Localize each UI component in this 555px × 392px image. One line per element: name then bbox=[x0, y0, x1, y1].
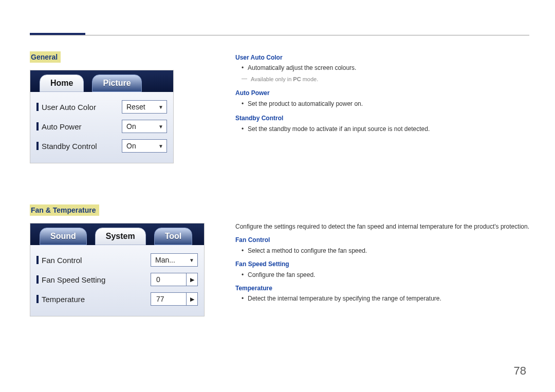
heading-fan-control: Fan Control bbox=[235, 235, 529, 245]
tab-sound[interactable]: Sound bbox=[40, 228, 87, 245]
tabs-general: Home Picture bbox=[30, 70, 173, 92]
dropdown-value: Reset bbox=[126, 103, 145, 111]
chevron-right-icon[interactable]: ▶ bbox=[186, 273, 197, 286]
row-auto-power: Auto Power On ▼ bbox=[36, 117, 167, 136]
dropdown-auto-power[interactable]: On ▼ bbox=[122, 120, 167, 133]
row-marker-icon bbox=[36, 103, 39, 111]
section-heading-general: General bbox=[30, 51, 61, 63]
bullet-standby-control: Set the standby mode to activate if an i… bbox=[235, 124, 529, 134]
heading-auto-power: Auto Power bbox=[235, 88, 529, 98]
stepper-value: 77 bbox=[151, 295, 186, 303]
tabs-fan: Sound System Tool bbox=[30, 223, 204, 245]
stepper-value: 0 bbox=[151, 275, 186, 284]
heading-standby-control: Standby Control bbox=[235, 113, 529, 123]
stepper-temperature[interactable]: 77 ▶ bbox=[151, 292, 198, 306]
intro-fan: Configure the settings required to detec… bbox=[235, 221, 529, 232]
heading-fan-speed-setting: Fan Speed Setting bbox=[235, 259, 529, 269]
label-auto-power: Auto Power bbox=[42, 122, 82, 131]
note-text: mode. bbox=[301, 76, 319, 82]
tab-system[interactable]: System bbox=[95, 228, 146, 245]
bullet-fan-speed-setting: Configure the fan speed. bbox=[235, 270, 529, 280]
chevron-down-icon: ▼ bbox=[189, 257, 194, 263]
dropdown-user-auto-color[interactable]: Reset ▼ bbox=[122, 100, 167, 114]
label-fan-control: Fan Control bbox=[42, 256, 82, 265]
bullet-fan-control: Select a method to configure the fan spe… bbox=[235, 246, 529, 256]
note-bold: PC bbox=[293, 76, 301, 82]
label-user-auto-color: User Auto Color bbox=[42, 103, 96, 111]
row-user-auto-color: User Auto Color Reset ▼ bbox=[36, 97, 167, 117]
tab-picture[interactable]: Picture bbox=[92, 74, 141, 92]
label-temperature: Temperature bbox=[42, 295, 85, 304]
bullet-temperature: Detect the internal temperature by speci… bbox=[235, 293, 529, 304]
dropdown-fan-control[interactable]: Man... ▼ bbox=[151, 253, 198, 267]
screenshot-general: Home Picture User Auto Color Reset ▼ Aut… bbox=[30, 70, 174, 163]
header-rule bbox=[30, 35, 529, 35]
dropdown-value: On bbox=[126, 142, 136, 150]
note-user-auto-color: Available only in PC mode. bbox=[235, 74, 529, 84]
page-number: 78 bbox=[514, 364, 526, 378]
screenshot-fan: Sound System Tool Fan Control Man... ▼ F… bbox=[30, 223, 205, 316]
heading-temperature: Temperature bbox=[235, 283, 529, 293]
label-fan-speed: Fan Speed Setting bbox=[42, 275, 105, 284]
chevron-down-icon: ▼ bbox=[158, 143, 163, 149]
label-standby-control: Standby Control bbox=[42, 142, 97, 151]
dropdown-value: On bbox=[126, 122, 136, 130]
dropdown-standby-control[interactable]: On ▼ bbox=[122, 139, 167, 153]
tab-home[interactable]: Home bbox=[40, 74, 84, 92]
row-marker-icon bbox=[36, 122, 39, 130]
row-marker-icon bbox=[36, 142, 39, 150]
row-marker-icon bbox=[36, 295, 39, 303]
tab-tool[interactable]: Tool bbox=[154, 228, 193, 245]
bullet-auto-power: Set the product to automatically power o… bbox=[235, 99, 529, 109]
stepper-fan-speed[interactable]: 0 ▶ bbox=[151, 273, 198, 286]
dropdown-value: Man... bbox=[155, 256, 175, 264]
row-temperature: Temperature 77 ▶ bbox=[36, 289, 198, 309]
chevron-right-icon[interactable]: ▶ bbox=[186, 293, 197, 305]
row-marker-icon bbox=[36, 275, 39, 284]
heading-user-auto-color: User Auto Color bbox=[235, 52, 529, 63]
section-heading-fan: Fan & Temperature bbox=[30, 204, 99, 216]
row-marker-icon bbox=[36, 256, 39, 264]
row-fan-speed-setting: Fan Speed Setting 0 ▶ bbox=[36, 270, 198, 289]
note-text: Available only in bbox=[251, 76, 293, 82]
bullet-user-auto-color: Automatically adjust the screen colours. bbox=[235, 63, 529, 73]
row-standby-control: Standby Control On ▼ bbox=[36, 136, 167, 156]
row-fan-control: Fan Control Man... ▼ bbox=[36, 250, 198, 270]
chevron-down-icon: ▼ bbox=[158, 124, 163, 129]
chevron-down-icon: ▼ bbox=[158, 104, 163, 110]
